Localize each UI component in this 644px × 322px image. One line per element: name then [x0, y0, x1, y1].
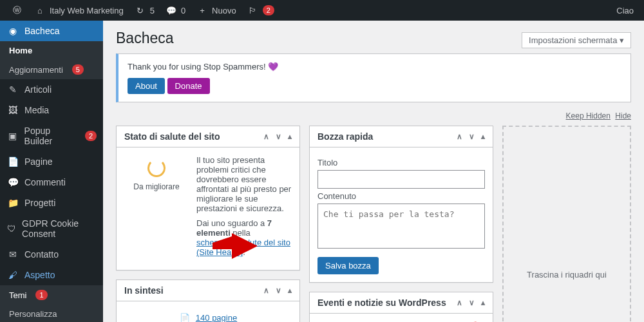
- menu-gdpr[interactable]: 🛡GDPR Cookie Consent: [0, 213, 103, 244]
- wordpress-icon: ⓦ: [10, 5, 23, 16]
- submenu-aggiornamenti[interactable]: Aggiornamenti5: [0, 60, 103, 79]
- comments[interactable]: 💬0: [160, 0, 191, 21]
- menu-commenti[interactable]: 💬Commenti: [0, 172, 103, 193]
- menu-articoli[interactable]: ✎Articoli: [0, 79, 103, 100]
- box-up-icon[interactable]: ∧: [457, 298, 462, 307]
- donate-button[interactable]: Donate: [167, 78, 210, 94]
- box-toggle-icon[interactable]: ▴: [288, 132, 292, 141]
- at-a-glance-box: In sintesi ∧∨▴ 📄140 pagine na Divi Child…: [116, 279, 300, 322]
- pin-icon: ✎: [6, 84, 19, 95]
- site-name-label: Italy Web Marketing: [50, 6, 124, 15]
- wp-events-box: Eventi e notizie su WordPress ∧∨▴ Partec…: [309, 292, 493, 322]
- box-up-icon[interactable]: ∧: [263, 286, 269, 295]
- box-down-icon[interactable]: ∨: [276, 286, 281, 295]
- pages-link[interactable]: 140 pagine: [196, 313, 237, 322]
- new-content[interactable]: +Nuovo: [191, 0, 242, 21]
- box-down-icon[interactable]: ∨: [469, 298, 475, 307]
- dashboard-icon: ◉: [6, 26, 19, 36]
- temi-count-badge: 1: [35, 290, 47, 300]
- plus-icon: +: [196, 6, 209, 15]
- admin-menu: ◉Bacheca Home Aggiornamenti5 ✎Articoli 🖼…: [0, 21, 103, 322]
- mail-icon: ✉: [6, 249, 19, 260]
- submenu-personalizza[interactable]: Personalizza: [0, 305, 103, 322]
- about-button[interactable]: About: [128, 78, 165, 94]
- box-down-icon[interactable]: ∨: [276, 132, 281, 141]
- draft-title-label: Titolo: [317, 158, 485, 167]
- menu-aspetto[interactable]: 🖌Aspetto: [0, 265, 103, 285]
- notifications[interactable]: 🏳2: [242, 0, 279, 21]
- dismiss-links: Keep Hidden Hide: [116, 111, 631, 120]
- menu-progetti[interactable]: 📁Progetti: [0, 193, 103, 213]
- menu-pagine[interactable]: 📄Pagine: [0, 151, 103, 172]
- agg-count-badge: 5: [72, 64, 84, 75]
- greeting[interactable]: Ciao: [611, 0, 639, 21]
- draft-title-input[interactable]: [317, 170, 485, 189]
- submenu-agg-label: Aggiornamenti: [9, 65, 63, 75]
- appearance-icon: 🖌: [6, 270, 19, 280]
- site-health-title: Stato di salute del sito: [124, 131, 220, 142]
- box-up-icon[interactable]: ∧: [263, 132, 269, 141]
- page-icon: 📄: [179, 313, 191, 322]
- box-toggle-icon[interactable]: ▴: [288, 286, 292, 295]
- comments-count: 0: [181, 6, 185, 15]
- box-up-icon[interactable]: ∧: [457, 132, 462, 141]
- notif-icon: 🏳: [247, 6, 260, 15]
- menu-popup[interactable]: ▣Popup Builder2: [0, 120, 103, 151]
- stop-spammers-notice: Thank you for using Stop Spammers! 💜 Abo…: [116, 53, 631, 102]
- quick-draft-box: Bozza rapida ∧∨▴ Titolo Contenuto Salva …: [309, 126, 493, 283]
- shield-icon: 🛡: [6, 223, 17, 234]
- greeting-label: Ciao: [616, 6, 634, 15]
- popup-count-badge: 2: [85, 131, 97, 141]
- updates-count: 5: [150, 6, 155, 15]
- menu-contatto[interactable]: ✉Contatto: [0, 244, 103, 265]
- home-icon: ⌂: [33, 6, 46, 15]
- screen-options-button[interactable]: Impostazioni schermata ▾: [522, 32, 631, 48]
- box-toggle-icon[interactable]: ▴: [481, 298, 485, 307]
- media-icon: 🖼: [6, 105, 19, 115]
- keep-hidden-link[interactable]: Keep Hidden: [566, 111, 611, 120]
- updates-icon: ↻: [134, 6, 147, 15]
- updates[interactable]: ↻5: [129, 0, 160, 21]
- box-toggle-icon[interactable]: ▴: [481, 132, 485, 141]
- dropzone[interactable]: Trascina i riquadri qui: [502, 126, 631, 322]
- content-area: Bacheca Impostazioni schermata ▾ Thank y…: [103, 21, 644, 322]
- events-title: Eventi e notizie su WordPress: [317, 298, 446, 308]
- site-health-box: Stato di salute del sito ∧∨▴ Da migliora…: [116, 126, 300, 270]
- site-name[interactable]: ⌂Italy Web Marketing: [28, 0, 129, 21]
- draft-content-textarea[interactable]: [317, 204, 485, 249]
- health-description: Il tuo sito presenta problemi critici ch…: [196, 155, 292, 213]
- menu-bacheca-label: Bacheca: [24, 26, 59, 36]
- submenu-temi[interactable]: Temi1: [0, 285, 103, 305]
- dropzone-text: Trascina i riquadri qui: [527, 270, 607, 279]
- notice-text: Thank you for using Stop Spammers! 💜: [128, 62, 621, 71]
- menu-bacheca[interactable]: ◉Bacheca: [0, 21, 103, 41]
- at-a-glance-title: In sintesi: [124, 285, 164, 296]
- comment-icon: 💬: [6, 177, 19, 187]
- site-health-link[interactable]: schermata Salute del sito (Site Health): [196, 238, 290, 257]
- submenu-home[interactable]: Home: [0, 41, 103, 60]
- comments-icon: 💬: [165, 6, 178, 15]
- popup-icon: ▣: [6, 131, 19, 141]
- hide-link[interactable]: Hide: [615, 111, 631, 120]
- new-label: Nuovo: [212, 6, 236, 15]
- pages-icon: 📄: [6, 156, 19, 167]
- menu-media[interactable]: 🖼Media: [0, 100, 103, 120]
- page-title: Bacheca: [116, 30, 174, 47]
- health-spinner-icon: [147, 159, 166, 177]
- draft-content-label: Contenuto: [317, 191, 485, 201]
- notif-count: 2: [263, 5, 274, 15]
- health-status: Da migliorare: [124, 182, 189, 191]
- save-draft-button[interactable]: Salva bozza: [317, 257, 379, 274]
- quick-draft-title: Bozza rapida: [317, 131, 373, 142]
- box-down-icon[interactable]: ∨: [469, 132, 475, 141]
- admin-bar: ⓦ ⌂Italy Web Marketing ↻5 💬0 +Nuovo 🏳2 C…: [0, 0, 644, 21]
- wp-logo[interactable]: ⓦ: [5, 0, 28, 21]
- projects-icon: 📁: [6, 198, 19, 208]
